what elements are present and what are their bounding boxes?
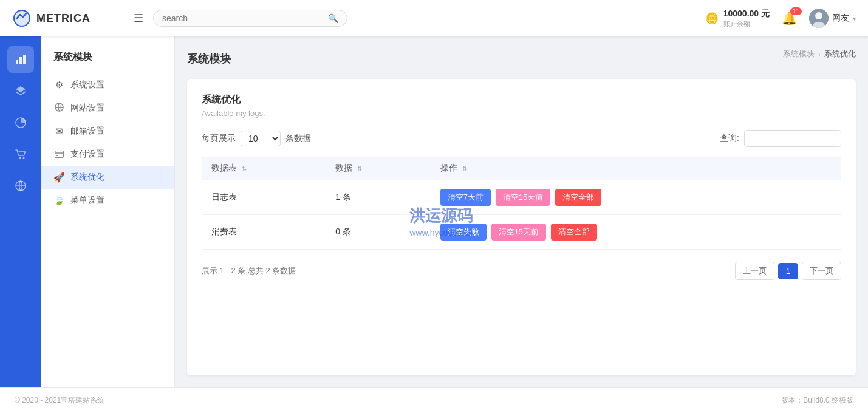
- prev-page-button[interactable]: 上一页: [735, 262, 774, 280]
- gear-icon: ⚙: [53, 80, 64, 90]
- sidebar-icon-cart[interactable]: [7, 141, 34, 168]
- balance-section: 🪙 10000.00 元 账户余额: [705, 9, 770, 29]
- clear-7days-button[interactable]: 清空7天前: [440, 189, 491, 206]
- footer-copyright: © 2020 - 2021宝塔建站系统: [15, 395, 104, 406]
- query-label: 查询:: [720, 133, 739, 144]
- sort-icon-action: ⇅: [462, 165, 467, 172]
- cell-actions-1: 清空7天前 清空15天前 清空全部: [431, 180, 841, 215]
- svg-point-9: [19, 157, 21, 159]
- chevron-down-icon: ▾: [853, 15, 856, 22]
- per-page-select[interactable]: 10 20 50: [241, 131, 281, 146]
- logo: METRICA: [12, 9, 134, 28]
- sidebar-item-system-optimize[interactable]: 🚀 系统优化: [41, 166, 174, 189]
- svg-rect-13: [55, 151, 63, 157]
- sort-icon-table: ⇅: [242, 165, 247, 172]
- card-subtitle: Available my logs.: [202, 109, 841, 118]
- col-header-action: 操作 ⇅: [431, 157, 841, 180]
- page-1-button[interactable]: 1: [778, 263, 798, 279]
- svg-point-3: [815, 12, 822, 19]
- search-icon: 🔍: [328, 13, 338, 23]
- sidebar-item-label-system-optimize: 系统优化: [70, 172, 104, 183]
- col-header-table: 数据表 ⇅: [202, 157, 326, 180]
- svg-point-10: [23, 157, 25, 159]
- table-row: 消费表 0 条 清空失败 清空15天前 清空全部: [202, 215, 841, 250]
- sort-icon-data: ⇅: [357, 165, 362, 172]
- svg-rect-14: [56, 155, 58, 156]
- clear-15days-button-row1[interactable]: 清空15天前: [496, 189, 550, 206]
- clear-all-button-row1[interactable]: 清空全部: [555, 189, 601, 206]
- card-title: 系统优化: [202, 94, 841, 106]
- clear-15days-button-row2[interactable]: 清空15天前: [491, 224, 546, 241]
- cell-count-2: 0 条: [326, 215, 430, 250]
- sidebar-icon-strip: [0, 36, 41, 387]
- rocket-icon: 🚀: [53, 172, 64, 183]
- footer: © 2020 - 2021宝塔建站系统 版本：Build8.0 终极版: [0, 387, 868, 413]
- body-wrapper: 系统模块 ⚙ 系统设置 网站设置 ✉ 邮箱设置: [0, 36, 868, 387]
- clear-all-button-row2[interactable]: 清空全部: [551, 224, 597, 241]
- breadcrumb: 系统模块 › 系统优化: [783, 49, 856, 60]
- user-menu[interactable]: 网友 ▾: [809, 9, 856, 28]
- action-buttons-1: 清空7天前 清空15天前 清空全部: [440, 189, 832, 206]
- search-bar: 🔍: [153, 10, 347, 27]
- data-table: 数据表 ⇅ 数据 ⇅ 操作 ⇅: [202, 157, 841, 250]
- table-body: 日志表 1 条 清空7天前 清空15天前 清空全部 消费表: [202, 180, 841, 250]
- wallet-icon: 🪙: [705, 12, 719, 25]
- sidebar-item-label-email-settings: 邮箱设置: [70, 126, 104, 137]
- notification-badge: 11: [790, 7, 802, 15]
- sidebar-item-system-settings[interactable]: ⚙ 系统设置: [41, 73, 174, 97]
- query-input[interactable]: [744, 130, 841, 147]
- sidebar-icon-globe[interactable]: [7, 172, 34, 199]
- logo-icon: [12, 9, 32, 28]
- footer-version: 版本：Build8.0 终极版: [781, 395, 853, 406]
- search-input[interactable]: [162, 13, 328, 23]
- sidebar-item-label-menu-settings: 菜单设置: [70, 195, 104, 206]
- logo-text: METRICA: [36, 12, 91, 25]
- per-page-label: 每页展示: [202, 133, 236, 144]
- action-buttons-2: 清空失败 清空15天前 清空全部: [440, 224, 832, 241]
- table-toolbar: 每页展示 10 20 50 条数据 查询:: [202, 130, 841, 147]
- balance-amount: 10000.00 元: [723, 9, 770, 19]
- svg-rect-6: [19, 57, 22, 64]
- pagination: 上一页 1 下一页: [735, 262, 841, 280]
- notification-bell[interactable]: 🔔 11: [782, 11, 797, 26]
- sidebar-item-email-settings[interactable]: ✉ 邮箱设置: [41, 120, 174, 143]
- header: METRICA ☰ 🔍 🪙 10000.00 元 账户余额 🔔 11: [0, 0, 868, 36]
- sidebar-icon-pie[interactable]: [7, 109, 34, 136]
- table-row: 日志表 1 条 清空7天前 清空15天前 清空全部: [202, 180, 841, 215]
- menu-toggle-button[interactable]: ☰: [134, 12, 143, 25]
- cell-table-name-2: 消费表: [202, 215, 326, 250]
- sidebar-item-label-system-settings: 系统设置: [70, 80, 104, 90]
- header-right: 🪙 10000.00 元 账户余额 🔔 11 网友 ▾: [705, 9, 856, 29]
- sidebar-icon-layers[interactable]: [7, 78, 34, 104]
- sidebar-title: 系统模块: [41, 46, 174, 73]
- per-page-unit: 条数据: [285, 133, 311, 144]
- svg-rect-7: [23, 55, 26, 64]
- breadcrumb-current: 系统优化: [824, 49, 856, 60]
- user-name: 网友: [832, 13, 849, 24]
- pagination-wrapper: 展示 1 - 2 条,总共 2 条数据 上一页 1 下一页: [202, 262, 841, 280]
- sidebar-item-website-settings[interactable]: 网站设置: [41, 97, 174, 120]
- main-content: 系统模块 系统模块 › 系统优化 系统优化 Available my logs.…: [175, 36, 868, 387]
- balance-label: 账户余额: [723, 19, 750, 29]
- website-icon: [53, 103, 64, 114]
- sidebar-nav: 系统模块 ⚙ 系统设置 网站设置 ✉ 邮箱设置: [41, 36, 175, 387]
- sidebar-item-payment-settings[interactable]: 支付设置: [41, 143, 174, 166]
- pagination-info: 展示 1 - 2 条,总共 2 条数据: [202, 265, 296, 276]
- clear-failed-button[interactable]: 清空失败: [440, 224, 487, 241]
- per-page-wrapper: 每页展示 10 20 50 条数据: [202, 131, 311, 146]
- main-card: 系统优化 Available my logs. 每页展示 10 20 50 条数…: [187, 79, 856, 375]
- sidebar-icon-analytics[interactable]: [7, 46, 34, 73]
- cell-table-name-1: 日志表: [202, 180, 326, 215]
- breadcrumb-separator: ›: [818, 50, 821, 59]
- next-page-button[interactable]: 下一页: [802, 262, 841, 280]
- sidebar-item-menu-settings[interactable]: 🍃 菜单设置: [41, 189, 174, 212]
- svg-rect-5: [16, 60, 18, 64]
- payment-icon: [53, 149, 64, 160]
- mail-icon: ✉: [53, 126, 64, 137]
- avatar: [809, 9, 829, 28]
- page-title: 系统模块: [187, 52, 231, 66]
- table-header: 数据表 ⇅ 数据 ⇅ 操作 ⇅: [202, 157, 841, 180]
- balance-info: 10000.00 元 账户余额: [723, 9, 770, 29]
- cell-count-1: 1 条: [326, 180, 430, 215]
- breadcrumb-home[interactable]: 系统模块: [783, 49, 815, 60]
